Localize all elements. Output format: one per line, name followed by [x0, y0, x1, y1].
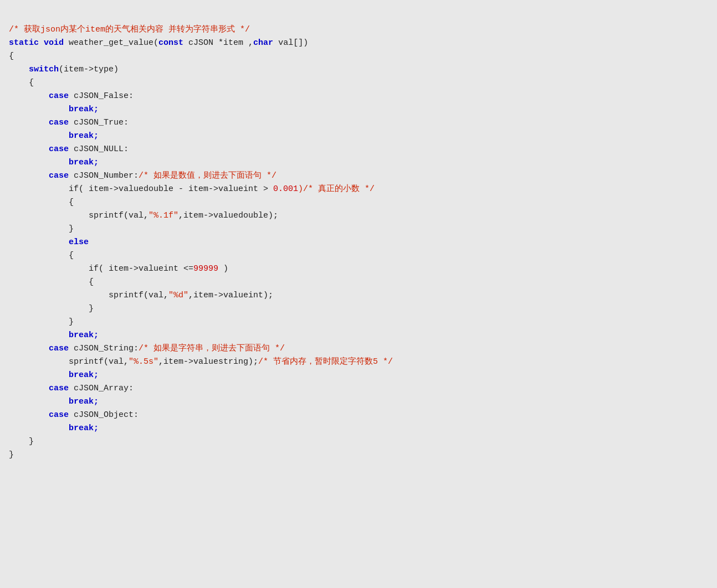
code-token: }: [29, 437, 34, 446]
code-line: switch(item->type): [9, 63, 708, 76]
code-token: }: [89, 304, 94, 313]
code-token: 的天气相关内容 并转为字符串形式 */: [105, 25, 250, 34]
code-token: break;: [69, 158, 99, 167]
code-token: ,item->valueint);: [188, 291, 273, 300]
code-token: 获取json内某个: [24, 25, 85, 34]
code-token: ): [218, 264, 228, 274]
code-line: }: [9, 302, 708, 316]
code-token: cJSON: [188, 38, 218, 48]
code-token: "%.1f": [148, 211, 178, 220]
code-line: case cJSON_Number:/* 如果是数值，则进去下面语句 */: [9, 169, 708, 183]
code-line: case cJSON_False:: [9, 90, 708, 103]
code-token: /* 如果是字符串，则进去下面语句 */: [139, 344, 285, 353]
code-line: }: [9, 448, 708, 462]
code-token: break;: [69, 105, 99, 114]
code-token: if( item->valueint <=: [89, 264, 193, 274]
code-line: {: [9, 76, 708, 90]
code-line: break;: [9, 369, 708, 382]
code-line: sprintf(val,"%.1f",item->valuedouble);: [9, 209, 708, 223]
code-token: cJSON_Object:: [74, 410, 139, 420]
code-token: item: [85, 25, 105, 34]
code-token: break;: [69, 424, 99, 433]
code-token: *item ,: [218, 38, 253, 48]
code-line: if( item->valuedouble - item->valueint >…: [9, 183, 708, 196]
code-line: }: [9, 223, 708, 236]
code-line: break;: [9, 103, 708, 116]
code-token: sprintf(val,: [109, 291, 168, 300]
code-token: }: [9, 450, 14, 460]
code-line: break;: [9, 156, 708, 169]
code-token: (item->type): [59, 65, 119, 74]
code-line: case cJSON_Object:: [9, 409, 708, 422]
code-token: val[]): [278, 38, 308, 48]
code-token: sprintf(val,: [69, 357, 129, 367]
code-token: /* 节省内存，暂时限定字符数5 */: [258, 357, 393, 367]
code-line: if( item->valueint <=99999 ): [9, 262, 708, 276]
code-line: {: [9, 276, 708, 289]
code-line: }: [9, 435, 708, 448]
code-line: case cJSON_Array:: [9, 382, 708, 395]
code-token: cJSON_Number:: [74, 171, 139, 180]
code-token: weather_get_value(: [69, 38, 158, 48]
code-token: }: [69, 317, 74, 327]
code-token: case: [49, 91, 74, 101]
code-token: 99999: [193, 264, 218, 274]
code-token: {: [29, 78, 34, 87]
code-line: case cJSON_String:/* 如果是字符串，则进去下面语句 */: [9, 342, 708, 355]
code-line: {: [9, 196, 708, 209]
code-token: cJSON_NULL:: [74, 145, 129, 154]
code-token: }: [69, 224, 74, 234]
code-line: }: [9, 316, 708, 329]
code-token: case: [49, 384, 74, 393]
code-line: break;: [9, 395, 708, 409]
code-token: cJSON_Array:: [74, 384, 134, 393]
code-token: break;: [69, 131, 99, 141]
code-line: /* 获取json内某个item的天气相关内容 并转为字符串形式 */: [9, 23, 708, 37]
code-line: static void weather_get_value(const cJSO…: [9, 37, 708, 50]
code-line: break;: [9, 422, 708, 435]
code-token: {: [69, 251, 74, 260]
code-line: else: [9, 236, 708, 249]
code-token: char: [253, 38, 278, 48]
code-token: 0.001: [273, 184, 298, 194]
code-token: /* 如果是数值，则进去下面语句 */: [139, 171, 276, 180]
code-line: sprintf(val,"%d",item->valueint);: [9, 289, 708, 302]
code-viewer: /* 获取json内某个item的天气相关内容 并转为字符串形式 */stati…: [0, 6, 717, 466]
code-token: cJSON_False:: [74, 91, 134, 101]
code-token: else: [69, 238, 89, 247]
code-line: {: [9, 50, 708, 63]
code-token: case: [49, 171, 74, 180]
code-token: "%d": [168, 291, 188, 300]
code-token: cJSON_True:: [74, 118, 129, 127]
code-token: void: [44, 38, 69, 48]
code-token: ,item->valuestring);: [158, 357, 258, 367]
code-token: {: [69, 198, 74, 207]
code-token: break;: [69, 370, 99, 380]
code-token: cJSON_String:: [74, 344, 139, 353]
code-line: {: [9, 249, 708, 262]
code-token: ,item->valuedouble);: [178, 211, 278, 220]
code-token: static: [9, 38, 44, 48]
code-token: case: [49, 118, 74, 127]
code-token: {: [89, 277, 94, 287]
code-token: case: [49, 410, 74, 420]
code-token: {: [9, 51, 14, 61]
code-token: sprintf(val,: [89, 211, 148, 220]
code-line: sprintf(val,"%.5s",item->valuestring);/*…: [9, 355, 708, 369]
code-token: /*: [9, 25, 24, 34]
code-line: case cJSON_True:: [9, 116, 708, 130]
code-token: case: [49, 145, 74, 154]
code-token: break;: [69, 397, 99, 406]
code-line: case cJSON_NULL:: [9, 143, 708, 156]
code-token: case: [49, 344, 74, 353]
code-token: switch: [29, 65, 59, 74]
code-token: if( item->valuedouble - item->valueint >: [69, 184, 273, 194]
code-line: break;: [9, 130, 708, 143]
code-token: )/* 真正的小数 */: [298, 184, 375, 194]
code-token: break;: [69, 331, 99, 340]
code-line: break;: [9, 329, 708, 342]
code-token: const: [158, 38, 188, 48]
code-token: "%.5s": [129, 357, 158, 367]
